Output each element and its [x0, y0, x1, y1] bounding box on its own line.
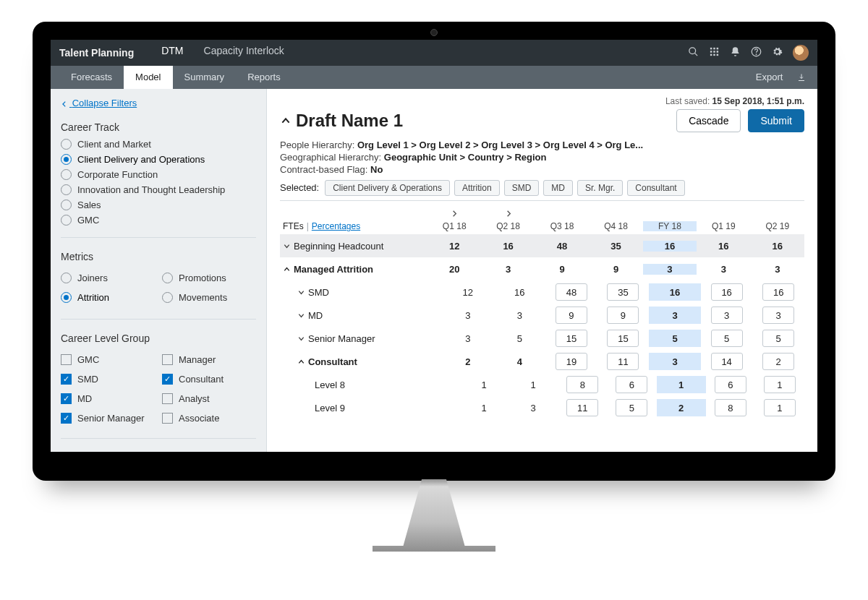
checkbox-icon	[162, 413, 173, 424]
export-button[interactable]: Export	[733, 66, 817, 89]
data-cell: 14	[701, 353, 753, 370]
career-level-option[interactable]: ✓Consultant	[162, 374, 256, 385]
editable-cell[interactable]: 35	[607, 283, 639, 301]
radio-icon	[162, 273, 173, 283]
career-level-option[interactable]: Analyst	[162, 393, 256, 404]
row-label-cell[interactable]: Level 8	[280, 380, 459, 390]
subtab-model[interactable]: Model	[124, 66, 172, 89]
app-header: Talent Planning DTMCapacity Interlock	[51, 40, 817, 66]
editable-cell[interactable]: 15	[556, 330, 587, 347]
editable-cell[interactable]: 6	[616, 376, 647, 393]
career-level-option[interactable]: ✓SMD	[61, 374, 155, 385]
row-label-cell[interactable]: Senior Manager	[280, 333, 442, 344]
career-track-option[interactable]: Client and Market	[61, 139, 256, 150]
metric-option[interactable]: Attrition	[61, 292, 155, 303]
career-level-option[interactable]: Manager	[162, 354, 256, 365]
metric-option[interactable]: Movements	[162, 292, 256, 303]
row-label-cell[interactable]: Level 9	[280, 403, 459, 413]
editable-cell[interactable]: 48	[556, 283, 587, 301]
option-label: GMC	[77, 215, 99, 226]
editable-cell[interactable]: 5	[762, 330, 794, 347]
career-level-option[interactable]: Associate	[162, 413, 256, 424]
help-icon[interactable]	[751, 46, 762, 59]
metric-option[interactable]: Joiners	[61, 273, 155, 283]
filter-chip[interactable]: Attrition	[454, 180, 500, 196]
app-title: Talent Planning	[59, 47, 134, 59]
camera-dot	[430, 29, 438, 36]
table-row: Senior Manager351515555	[280, 327, 804, 350]
data-cell: 1	[657, 376, 706, 393]
collapse-filters-link[interactable]: Collapse Filters	[61, 98, 256, 108]
filter-chip[interactable]: Consultant	[627, 180, 684, 196]
editable-cell[interactable]: 19	[556, 353, 587, 370]
subtab-summary[interactable]: Summary	[173, 66, 237, 89]
chevron-right-icon[interactable]	[451, 210, 459, 220]
avatar[interactable]	[793, 45, 809, 61]
editable-cell[interactable]: 16	[711, 283, 743, 301]
draft-title[interactable]: Draft Name 1	[280, 111, 403, 131]
career-track-option[interactable]: Corporate Function	[61, 169, 256, 180]
subtab-reports[interactable]: Reports	[236, 66, 292, 89]
chevron-right-icon[interactable]	[504, 210, 512, 220]
option-label: Sales	[77, 200, 101, 210]
editable-cell[interactable]: 8	[715, 399, 746, 416]
editable-cell[interactable]: 11	[566, 399, 598, 416]
filter-chip[interactable]: Sr. Mgr.	[577, 180, 623, 196]
row-label-cell[interactable]: MD	[280, 310, 442, 321]
filter-chip[interactable]: Client Delivery & Operations	[325, 180, 450, 196]
editable-cell[interactable]: 11	[607, 353, 639, 370]
career-track-option[interactable]: Client Delivery and Operations	[61, 154, 256, 165]
editable-cell[interactable]: 6	[715, 376, 746, 393]
gear-icon[interactable]	[772, 46, 783, 59]
row-label-cell[interactable]: SMD	[280, 287, 442, 298]
svg-rect-4	[717, 48, 719, 50]
editable-cell[interactable]: 5	[616, 399, 647, 416]
filter-chip[interactable]: MD	[543, 180, 573, 196]
toggle-ftes[interactable]: FTEs	[283, 221, 304, 231]
row-label-cell[interactable]: Consultant	[280, 356, 442, 367]
column-header: Q2 19	[751, 221, 804, 231]
svg-rect-5	[710, 51, 712, 53]
cascade-button[interactable]: Cascade	[676, 109, 741, 132]
editable-cell[interactable]: 9	[556, 307, 587, 324]
editable-cell[interactable]: 1	[764, 399, 796, 416]
editable-cell[interactable]: 2	[762, 353, 794, 370]
checkbox-icon	[162, 354, 173, 365]
data-cell: 15	[545, 330, 597, 347]
toggle-percentages[interactable]: Percentages	[312, 221, 360, 231]
header-icon-group	[688, 45, 809, 61]
table-row: Consultant2419113142	[280, 350, 804, 373]
editable-cell[interactable]: 14	[711, 353, 743, 370]
editable-cell[interactable]: 5	[711, 330, 743, 347]
editable-cell[interactable]: 3	[711, 307, 743, 324]
editable-cell[interactable]: 15	[607, 330, 639, 347]
metric-option[interactable]: Promotions	[162, 273, 256, 283]
row-label-cell[interactable]: Beginning Headcount	[280, 241, 427, 252]
data-cell: 16	[481, 241, 535, 252]
career-level-option[interactable]: ✓Senior Manager	[61, 413, 155, 424]
editable-cell[interactable]: 9	[607, 307, 639, 324]
editable-cell[interactable]: 3	[762, 307, 794, 324]
svg-rect-9	[713, 54, 715, 56]
primary-nav-capacity-interlock[interactable]: Capacity Interlock	[194, 40, 294, 64]
editable-cell[interactable]: 16	[762, 283, 794, 301]
table-row: SMD12164835161616	[280, 280, 804, 304]
data-cell: 3	[697, 264, 750, 275]
editable-cell[interactable]: 8	[566, 376, 598, 393]
career-level-option[interactable]: GMC	[61, 354, 155, 365]
career-track-option[interactable]: GMC	[61, 215, 256, 226]
search-icon[interactable]	[688, 46, 699, 59]
submit-button[interactable]: Submit	[748, 109, 804, 132]
bell-icon[interactable]	[730, 46, 741, 59]
row-label-cell[interactable]: Managed Attrition	[280, 264, 427, 275]
subtab-forecasts[interactable]: Forecasts	[59, 66, 124, 89]
editable-cell[interactable]: 1	[764, 376, 796, 393]
career-level-option[interactable]: ✓MD	[61, 393, 155, 404]
monitor-frame: Talent Planning DTMCapacity Interlock	[33, 22, 835, 481]
svg-line-1	[694, 53, 697, 56]
apps-grid-icon[interactable]	[709, 46, 720, 59]
filter-chip[interactable]: SMD	[504, 180, 540, 196]
career-track-option[interactable]: Sales	[61, 200, 256, 210]
career-track-option[interactable]: Innovation and Thought Leadership	[61, 184, 256, 195]
primary-nav-dtm[interactable]: DTM	[151, 40, 193, 68]
